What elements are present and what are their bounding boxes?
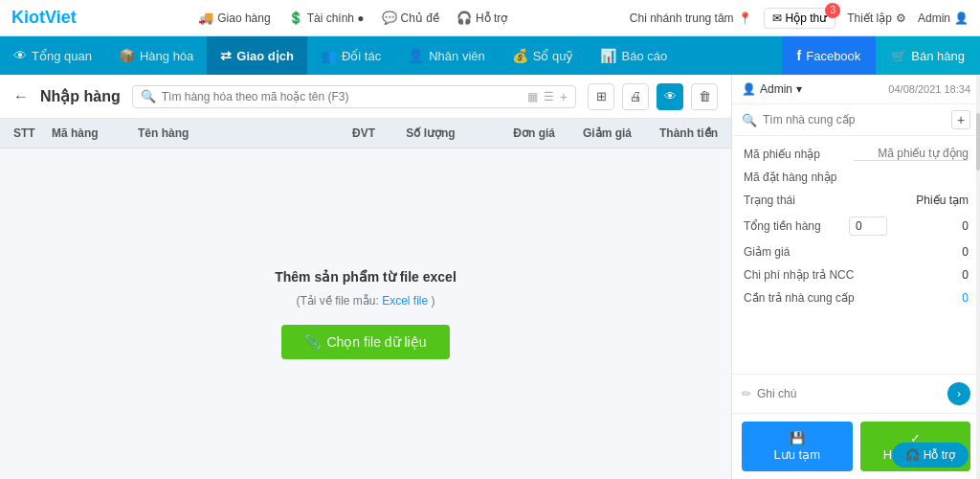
- nav-baocao[interactable]: 📊 Báo cáo: [587, 36, 680, 75]
- col-thanhtien: Thành tiền: [632, 126, 718, 140]
- partners-icon: 👥: [321, 48, 337, 63]
- ghi-chu-input[interactable]: [757, 387, 942, 400]
- page-header: ← Nhập hàng 🔍 ▦ ☰ + ⊞ 🖨 👁 🗑: [0, 75, 731, 119]
- gear-icon: ⚙: [896, 11, 906, 25]
- scrollbar[interactable]: [976, 75, 980, 479]
- chiphi-value: 0: [962, 268, 969, 282]
- user-circle-icon: 👤: [742, 82, 756, 96]
- hotro-float-button[interactable]: 🎧 Hỗ trợ: [892, 443, 969, 468]
- luu-tam-button[interactable]: 💾 Lưu tạm: [742, 422, 853, 471]
- admin-dropdown[interactable]: 👤 Admin ▾: [742, 82, 802, 96]
- nav-taichinh[interactable]: 💲 Tài chính ●: [288, 11, 365, 25]
- nav-hotro[interactable]: 🎧 Hỗ trợ: [457, 11, 507, 25]
- ghi-chu-row: ✏ ›: [732, 374, 980, 413]
- cash-icon: 💰: [512, 48, 528, 63]
- chevron-down-icon: ▾: [796, 82, 802, 96]
- user-icon: 👤: [954, 11, 969, 25]
- right-top: 👤 Admin ▾ 04/08/2021 18:34: [732, 75, 980, 104]
- info-rows: Mã phiếu nhập Mã đặt hàng nhập Trạng thá…: [732, 136, 980, 374]
- barcode-icon: ▦: [527, 90, 538, 103]
- topic-icon: 💬: [382, 11, 397, 25]
- table-header: STT Mã hàng Tên hàng ĐVT Số lượng Đơn gi…: [0, 119, 731, 148]
- giam-gia-row: Giảm giá 0: [732, 240, 980, 263]
- col-soluong: Số lượng: [392, 126, 469, 140]
- cart-icon: 🛒: [891, 49, 906, 63]
- scrollbar-thumb: [976, 113, 980, 171]
- page-title: Nhập hàng: [40, 87, 121, 105]
- inbox-icon: ✉: [772, 11, 782, 25]
- expand-button[interactable]: ›: [947, 382, 970, 405]
- nav-hanghoa[interactable]: 📦 Hàng hóa: [105, 36, 207, 75]
- tong-tien-hang-row: Tổng tiền hàng 0: [732, 212, 980, 240]
- empty-area: Thêm sản phẩm từ file excel (Tải về file…: [0, 148, 731, 479]
- trang-thai-value: Phiếu tạm: [916, 194, 969, 207]
- edit-icon: ✏: [742, 387, 751, 400]
- trang-thai-row: Trạng thái Phiếu tạm: [732, 189, 980, 212]
- choose-file-button[interactable]: 📎 Chọn file dữ liệu: [281, 325, 449, 359]
- save-icon: 💾: [790, 431, 805, 445]
- top-bar: KiotViet 🚚 Giao hàng 💲 Tài chính ● 💬 Chủ…: [0, 0, 980, 36]
- headset-icon: 🎧: [905, 448, 920, 462]
- delivery-icon: 🚚: [198, 11, 213, 25]
- tong-tien-hang-input[interactable]: [849, 217, 887, 236]
- finance-icon: 💲: [288, 11, 303, 25]
- upload-icon: 📎: [304, 334, 321, 350]
- col-dongia: Đơn giá: [469, 126, 555, 140]
- ma-phieu-nhap-row: Mã phiếu nhập: [732, 142, 980, 166]
- delete-icon-btn[interactable]: 🗑: [691, 83, 718, 110]
- ma-dat-hang-row: Mã đặt hàng nhập: [732, 166, 980, 189]
- nav-soQuy[interactable]: 💰 Sổ quỹ: [499, 36, 588, 75]
- nav-chude[interactable]: 💬 Chủ đề: [382, 11, 439, 25]
- view-active-btn[interactable]: 👁: [657, 83, 683, 110]
- setup-button[interactable]: Thiết lập ⚙: [847, 11, 906, 25]
- branch-selector[interactable]: Chi nhánh trung tâm 📍: [630, 11, 752, 25]
- nav-tongquan[interactable]: 👁 Tổng quan: [0, 36, 105, 75]
- search-supplier-icon: 🔍: [742, 113, 757, 127]
- left-panel: ← Nhập hàng 🔍 ▦ ☰ + ⊞ 🖨 👁 🗑 STT Mã hàng …: [0, 75, 731, 479]
- filter-icon-btn[interactable]: ⊞: [588, 83, 614, 110]
- nav-giaohang[interactable]: 🚚 Giao hàng: [198, 11, 270, 25]
- chiphi-row: Chi phí nhập trả NCC 0: [732, 263, 980, 286]
- report-icon: 📊: [600, 48, 616, 63]
- col-stt: STT: [13, 126, 52, 140]
- print-icon-btn[interactable]: 🖨: [622, 83, 649, 110]
- admin-button[interactable]: Admin 👤: [918, 11, 969, 25]
- can-tra-row: Cần trả nhà cung cấp 0: [732, 286, 980, 309]
- inbox-button[interactable]: ✉ Hộp thư 3: [764, 8, 836, 29]
- inbox-badge: 3: [825, 3, 840, 18]
- col-tenhang: Tên hàng: [138, 126, 335, 140]
- nav-spacer: [680, 36, 781, 75]
- can-tra-value: 0: [962, 291, 969, 305]
- excel-file-link[interactable]: Excel file: [382, 294, 428, 308]
- top-right: Chi nhánh trung tâm 📍 ✉ Hộp thư 3 Thiết …: [630, 8, 969, 29]
- nav-right: f Facebook 🛒 Bán hàng: [782, 36, 980, 75]
- nav-giaodich[interactable]: ⇄ Giao dịch: [207, 36, 307, 75]
- back-button[interactable]: ←: [13, 88, 29, 105]
- add-product-icon[interactable]: +: [560, 89, 568, 104]
- location-icon: 📍: [738, 11, 752, 25]
- col-giamgia: Giảm giá: [555, 126, 632, 140]
- support-icon: 🎧: [457, 11, 472, 25]
- facebook-button[interactable]: f Facebook: [782, 36, 877, 75]
- col-dvt: ĐVT: [335, 126, 392, 140]
- right-panel: 👤 Admin ▾ 04/08/2021 18:34 🔍 + Mã phiếu …: [731, 75, 980, 479]
- ma-phieu-nhap-input[interactable]: [854, 147, 969, 161]
- banhang-button[interactable]: 🛒 Bán hàng: [876, 36, 980, 75]
- main-content: ← Nhập hàng 🔍 ▦ ☰ + ⊞ 🖨 👁 🗑 STT Mã hàng …: [0, 75, 980, 479]
- top-nav: 🚚 Giao hàng 💲 Tài chính ● 💬 Chủ đề 🎧 Hỗ …: [198, 11, 507, 25]
- eye-icon: 👁: [13, 48, 27, 63]
- empty-subtitle: (Tải về file mẫu: Excel file ): [296, 294, 434, 308]
- nav-doitac[interactable]: 👥 Đối tác: [307, 36, 394, 75]
- add-supplier-button[interactable]: +: [951, 110, 970, 129]
- tong-tien-hang-value: 0: [962, 219, 969, 233]
- box-icon: 📦: [119, 48, 135, 63]
- nav-nhanvien[interactable]: 👤 Nhân viên: [394, 36, 499, 75]
- supplier-search-input[interactable]: [763, 113, 946, 126]
- facebook-icon: f: [797, 48, 802, 63]
- empty-title: Thêm sản phẩm từ file excel: [275, 269, 457, 285]
- logo: KiotViet: [11, 8, 77, 28]
- product-search-input[interactable]: [162, 90, 522, 103]
- supplier-search: 🔍 +: [732, 104, 980, 136]
- toolbar-icons: ⊞ 🖨 👁 🗑: [588, 83, 718, 110]
- list-icon: ☰: [544, 90, 554, 103]
